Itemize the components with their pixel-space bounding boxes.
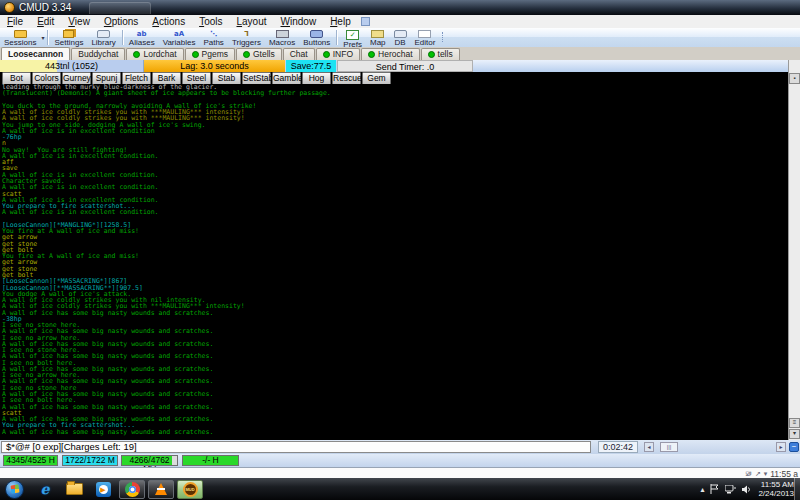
macro-button-setstab[interactable]: SetStab [242,72,271,85]
macro-button-gem[interactable]: Gem [362,72,391,85]
session-tab-chat[interactable]: Chat [283,48,315,60]
map-icon [371,30,384,38]
gauge-row-filler [473,60,788,72]
title-bar: CMUD 3.34 [0,0,800,15]
connection-icon: 🖳 [745,470,752,477]
prompt-status-text: $*@# [0 exp][Charges Left: 19] [1,441,591,453]
toolbar-button-label: Triggers [232,38,261,47]
send-arrow-icon: ↗ [755,470,761,478]
macro-button-colors[interactable]: Colors [32,72,61,85]
scroll-down-icon[interactable]: ▾ [789,429,800,439]
toolbar-button-macros[interactable]: Macros [265,28,299,47]
toolbar-button-library[interactable]: Library [87,28,119,47]
command-input[interactable]: 🖳 ↗ ▾ 11:55 a [0,467,800,478]
taskbar-vlc-icon[interactable] [148,480,174,499]
hscroll-left-icon[interactable]: ◂ [644,442,654,452]
toolbar-separator [336,30,337,45]
save-gauge: Save:77.5 [286,60,336,72]
macro-button-spunj[interactable]: Spunj [92,72,121,85]
session-tab-label: tells [438,49,453,60]
dock-grip-icon[interactable]: ▪ [789,73,800,84]
chevron-down-icon[interactable]: ▾ [41,34,44,41]
toolbar-button-sessions[interactable]: Sessions [0,28,40,47]
menu-item-tools[interactable]: Tools [192,15,229,28]
start-button[interactable] [5,480,24,499]
toolbar-button-triggers[interactable]: ΓTriggers [228,28,265,47]
taskbar-internet-explorer-icon[interactable]: e [32,480,58,499]
toolbar-button-variables[interactable]: aAVariables [159,28,200,47]
taskbar-media-player-icon[interactable]: ▶ [90,480,116,499]
toolbar-button-settings[interactable]: Settings [50,28,87,47]
macro-button-stab[interactable]: Stab [212,72,241,85]
triggers-gun-icon: Γ [241,30,252,38]
macro-button-hog[interactable]: Hog [302,72,331,85]
session-tab-buddychat[interactable]: Buddychat [71,48,125,60]
session-tab-herochat[interactable]: Herochat [361,48,420,60]
toolbar-button-db[interactable]: DB [390,28,411,47]
hscroll-thumb[interactable]: ||| [660,442,678,452]
session-tab-tells[interactable]: tells [421,48,460,60]
desktop: CMUD 3.34 FileEditViewOptionsActionsTool… [0,0,800,500]
session-tabs: LoosecannonBuddychatLordchatPgemsGtellsC… [0,47,800,61]
menu-item-view[interactable]: View [61,15,97,28]
windows-logo-icon [10,484,19,493]
taskbar-chrome-icon[interactable] [119,480,145,499]
macro-button-fletch[interactable]: Fletch [122,72,151,85]
gauge-label: 4345/4525 H [4,456,57,465]
tnl-gauge: 443tnl (1052) [0,60,144,72]
taskbar-explorer-folder-icon[interactable] [61,480,87,499]
show-desktop-button[interactable] [794,478,800,500]
move-gauge: 4266/4762 MV [121,455,178,466]
toolbar-separator [122,30,123,45]
session-tab-label: Loosecannon [8,49,63,60]
menu-item-layout[interactable]: Layout [230,15,274,28]
scroll-lines-icon[interactable]: ≡ [789,418,800,428]
menu-item-help[interactable]: Help [323,15,358,28]
right-scroll-strip[interactable]: ▪ ≡ ▾ [788,60,800,440]
taskbar-clock[interactable]: 11:55 AM 2/24/2013 [758,480,794,498]
toolbar-button-map[interactable]: Map [366,28,390,47]
session-tab-pgems[interactable]: Pgems [185,48,235,60]
menu-grip-icon[interactable] [361,17,370,26]
toolbar-button-aliases[interactable]: abAliases [125,28,159,47]
menu-item-options[interactable]: Options [97,15,145,28]
macro-button-steel[interactable]: Steel [182,72,211,85]
toolbar-button-paths[interactable]: ⋱Paths [199,28,227,47]
toolbar-button-buttons[interactable]: Buttons [299,28,334,47]
toolbar-button-editor[interactable]: Editor [411,28,440,47]
action-center-flag-icon[interactable] [710,484,719,494]
taskbar-cmud-icon[interactable]: MUD [177,480,203,499]
network-icon[interactable] [725,485,736,494]
session-tab-gtells[interactable]: Gtells [236,48,282,60]
session-tab-lordchat[interactable]: Lordchat [126,48,183,60]
menu-item-edit[interactable]: Edit [30,15,61,28]
menu-item-file[interactable]: File [0,15,30,28]
mud-output-terminal[interactable]: leading through the murky blue-darkness … [0,84,788,440]
macro-button-bot[interactable]: Bot [2,72,31,85]
volume-icon[interactable] [742,485,752,494]
macro-button-gurney[interactable]: Gurney [62,72,91,85]
hscroll-right-icon[interactable]: ▸ [776,442,786,452]
sessions-folder-icon [14,30,27,38]
hidden-icons-chevron[interactable]: ▴ [700,485,704,494]
toolbar-grip[interactable] [442,32,446,42]
macro-button-gamble[interactable]: Gamble [272,72,301,85]
session-tab-loosecannon[interactable]: Loosecannon [1,47,70,60]
lag-gauge: Lag: 3.0 seconds [144,60,285,72]
settings-books-icon [63,30,74,38]
macro-button-rescue[interactable]: Rescue [332,72,361,85]
chevron-down-icon[interactable]: ▾ [764,470,768,478]
macro-button-bark[interactable]: Bark [152,72,181,85]
menu-item-actions[interactable]: Actions [145,15,192,28]
splitter-minimize-button[interactable]: − [789,442,799,452]
toolbar-button-label: Paths [203,38,223,47]
system-tray: ▴ 11:55 AM 2/24/2013 [700,478,794,500]
toolbar-button-prefs[interactable]: ✓Prefs [339,28,366,47]
menu-item-window[interactable]: Window [274,15,324,28]
session-tab-label: INFO [333,49,353,60]
chrome-icon [125,482,140,497]
session-tab-info[interactable]: INFO [316,48,360,60]
background-tab[interactable] [89,2,151,14]
connected-dot-icon [428,51,435,58]
session-tab-label: Gtells [253,49,275,60]
